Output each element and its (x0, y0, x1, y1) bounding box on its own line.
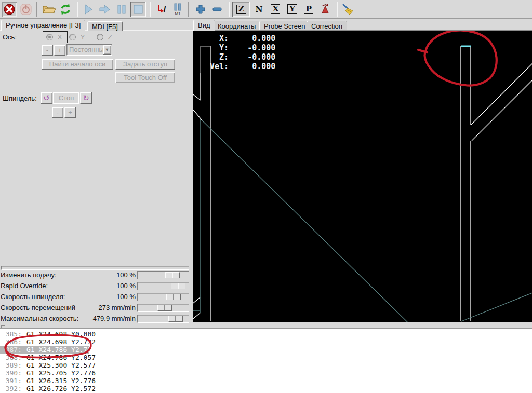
spindle-ccw-button[interactable]: ↺ (41, 92, 52, 104)
gcode-line-text: G1 X26.726 Y2.572 (22, 385, 96, 392)
gcode-line-text: G1 X25.705 Y2.776 (22, 369, 96, 377)
toolpath-preview[interactable]: X:0.000 Y:-0.000 Z:-0.000 Vel:0.000 (193, 30, 532, 322)
stop-icon (132, 4, 144, 15)
toolbar-separator (76, 2, 78, 17)
view-perspective-icon: P (304, 5, 313, 14)
gcode-line[interactable]: 391:G1 X26.315 Y2.776 (0, 377, 89, 385)
gcode-line[interactable]: 388:G1 X24.786 Y2.057 (0, 354, 89, 361)
dro-y-label: Y: (210, 43, 229, 52)
jog-mode-combobox[interactable]: Постоянный ▼ (66, 44, 112, 56)
tab-label: Correction (311, 22, 342, 30)
step-arrow-icon (99, 4, 111, 15)
slider-value: 100 % (116, 271, 136, 279)
slider-trough[interactable] (137, 293, 189, 301)
combobox-arrow-icon[interactable]: ▼ (103, 45, 111, 55)
gcode-line-number: 388: (0, 354, 22, 361)
gcode-line-number: 389: (0, 361, 22, 369)
slider-trough[interactable] (137, 315, 189, 323)
tab-correction[interactable]: Correction (307, 21, 347, 31)
spindle-cw-button[interactable]: ↻ (80, 92, 92, 104)
gcode-line[interactable]: 385:G1 X24.698 Y0.000 (0, 330, 89, 338)
step-button[interactable] (97, 2, 113, 17)
axis-radio-x[interactable]: X (43, 31, 68, 43)
slider-trough[interactable] (137, 304, 189, 312)
block-delete-button[interactable]: / (153, 2, 169, 17)
view-z-icon: Z (236, 5, 246, 14)
reload-button[interactable] (58, 2, 73, 17)
spindle-stop-label: Стоп (59, 94, 74, 102)
home-axis-button[interactable]: Найти начало оси (42, 59, 113, 70)
slider-trough[interactable] (137, 282, 189, 290)
gcode-line[interactable]: 390:G1 X25.705 Y2.776 (0, 369, 89, 377)
jog-speed-groove (1, 266, 189, 270)
pause-button[interactable] (114, 2, 129, 17)
toolbar-separator (336, 2, 338, 17)
toolpath-segment (461, 293, 532, 321)
slider-row: Скорость перемещений273 mm/min (0, 303, 191, 314)
slider-trough[interactable] (137, 271, 189, 279)
run-button[interactable] (81, 2, 96, 17)
gcode-line[interactable]: 389:G1 X25.300 Y2.577 (0, 361, 89, 369)
view-y-button[interactable]: Y (284, 2, 300, 17)
gcode-line-number: 392: (0, 385, 22, 392)
view-z-rotated-icon: N (254, 5, 264, 14)
view-x-button[interactable]: X (268, 2, 283, 17)
clear-plot-button[interactable] (340, 2, 356, 17)
spindle-plus-button[interactable]: + (64, 107, 76, 118)
view-y-icon: Y (287, 4, 297, 14)
slider-handle[interactable] (165, 272, 180, 278)
spindle-stop-button[interactable]: Стоп (53, 92, 79, 104)
slider-handle[interactable] (171, 283, 185, 289)
open-folder-icon (42, 3, 56, 16)
optional-pause-button[interactable]: M1 (170, 2, 185, 17)
tab-mdi[interactable]: MDI [F5] (87, 21, 123, 31)
jog-plus-button[interactable]: + (54, 45, 65, 56)
spindle-plus-label: + (68, 109, 72, 116)
jog-minus-button[interactable]: - (42, 45, 53, 56)
plus-icon (195, 4, 206, 15)
toolpath-segment (472, 80, 532, 141)
slider-label: Скорость шпинделя: (1, 293, 65, 301)
slider-handle[interactable] (168, 316, 183, 322)
gcode-line-active[interactable]: 387:G1 X24.786 Y2.732 (0, 346, 89, 354)
toolbar-separator (149, 2, 151, 17)
zoom-out-button[interactable] (209, 2, 225, 17)
m1-label: M1 (175, 11, 181, 16)
dro-y-value: -0.000 (229, 43, 275, 52)
open-file-button[interactable] (41, 2, 57, 17)
axis-radio-y[interactable]: Y (69, 33, 85, 41)
tab-label: Probe Screen (264, 22, 305, 30)
slider-handle[interactable] (166, 294, 181, 300)
tab-manual-control[interactable]: Ручное управление [F3] (1, 20, 85, 31)
gcode-line-text: G1 X24.786 Y2.057 (22, 354, 96, 361)
toolbar-separator (188, 2, 190, 17)
stop-button[interactable] (130, 2, 146, 17)
tab-coordinates[interactable]: Координаты (213, 21, 260, 31)
dro-z-label: Z: (210, 52, 229, 62)
view-z-rotated-button[interactable]: N (251, 2, 267, 17)
radio-icon (97, 34, 103, 40)
gcode-line[interactable]: 392:G1 X26.726 Y2.572 (0, 385, 89, 392)
tool-touch-off-button[interactable]: Tool Touch Off (115, 72, 175, 83)
spindle-minus-button[interactable]: - (52, 107, 63, 118)
gcode-line-text: G1 X26.315 Y2.776 (22, 377, 96, 385)
block-delete-icon: / (156, 4, 166, 15)
view-perspective-button[interactable]: P (301, 2, 316, 17)
slider-handle[interactable] (157, 305, 172, 311)
tab-view[interactable]: Вид (193, 20, 215, 31)
dro-x-label: X: (210, 34, 229, 43)
tab-probe-screen[interactable]: Probe Screen (259, 21, 310, 31)
view-z-button[interactable]: Z (232, 2, 250, 17)
gcode-line-text: G1 X24.786 Y2.732 (22, 346, 96, 354)
zoom-in-button[interactable] (193, 2, 208, 17)
toolpath-segment (193, 93, 201, 100)
machine-power-button[interactable] (18, 2, 34, 17)
estop-button[interactable] (2, 2, 17, 17)
axis-radio-z[interactable]: Z (97, 33, 112, 41)
slider-label: Изменить подачу: (1, 271, 57, 279)
rotate-view-button[interactable] (317, 2, 333, 17)
gcode-line[interactable]: 386:G1 X24.698 Y2.732 (0, 338, 89, 346)
toolpath-segment (193, 297, 200, 304)
jog-minus-label: - (46, 46, 48, 54)
set-offset-button[interactable]: Задать отступ (115, 59, 175, 70)
